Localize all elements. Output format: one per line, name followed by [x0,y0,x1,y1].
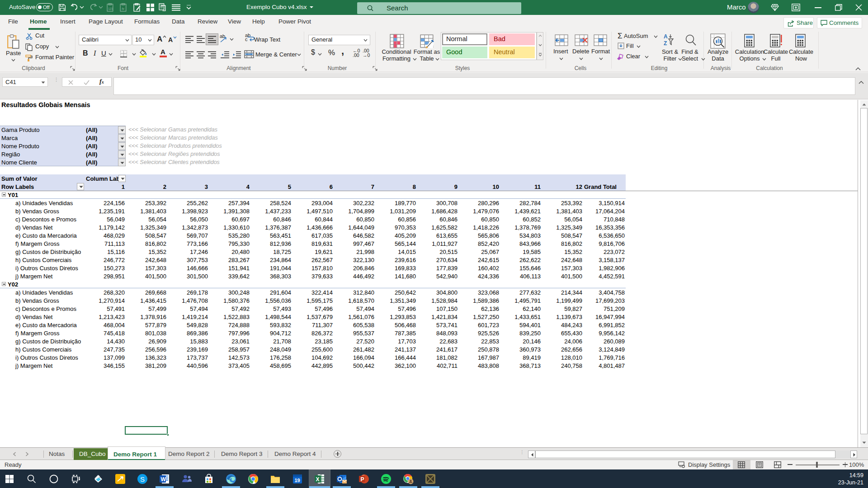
svg-text:19: 19 [295,478,300,483]
svg-text:P: P [361,476,364,483]
svg-text:X: X [316,476,320,483]
svg-text:S: S [140,475,145,483]
svg-text:A: A [664,33,668,40]
svg-text:W: W [161,476,166,483]
svg-text:123: 123 [108,7,113,10]
svg-text:Z: Z [664,40,667,47]
svg-text:fx: fx [122,7,124,11]
